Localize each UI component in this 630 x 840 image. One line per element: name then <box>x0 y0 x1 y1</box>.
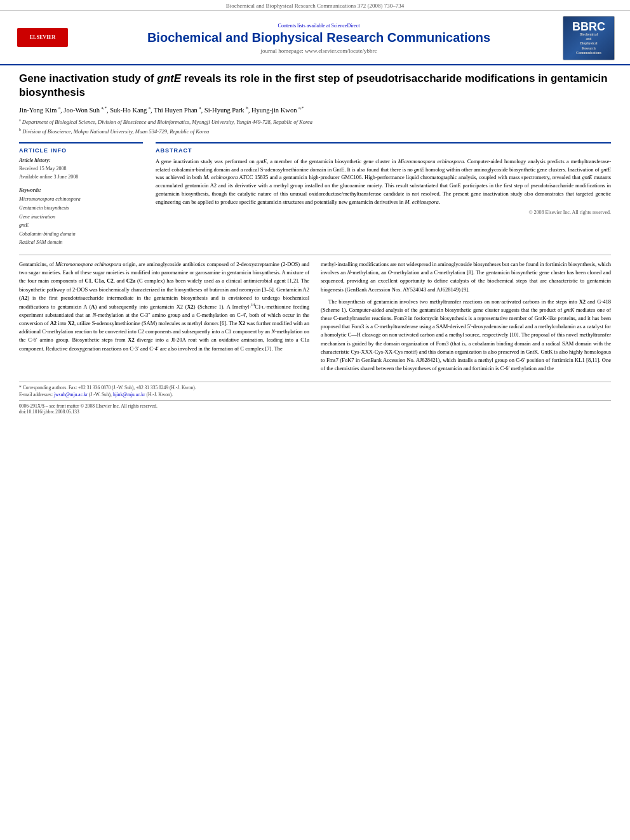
body-col-left: Gentamicins, of Micromonospora echinospo… <box>19 260 309 377</box>
footnote-corresponding: * Corresponding authors. Fax: +82 31 336… <box>19 385 611 390</box>
elsevier-logo: ELSEVIER <box>17 28 68 47</box>
authors: Jin-Yong Kim a, Joo-Won Suh a,*, Suk-Ho … <box>19 105 611 115</box>
journal-homepage: journal homepage: www.elsevier.com/locat… <box>84 48 554 54</box>
article-info-col: ARTICLE INFO Article history: Received 1… <box>19 142 143 247</box>
keyword-3: Gene inactivation <box>19 213 143 222</box>
keywords-section: Keywords: Micromonospora echinospora Gen… <box>19 187 143 247</box>
header-right: BBRC BiochemicalandBiophysicalResearchCo… <box>560 16 617 60</box>
main-content: Gene inactivation study of gntE reveals … <box>0 65 630 421</box>
elsevier-label: ELSEVIER <box>30 34 55 40</box>
article-info-header: ARTICLE INFO <box>19 147 143 154</box>
bbrc-logo-inner: BBRC BiochemicalandBiophysicalResearchCo… <box>572 21 605 55</box>
bbrc-logo: BBRC BiochemicalandBiophysicalResearchCo… <box>563 16 615 60</box>
body-para-1: Gentamicins, of Micromonospora echinospo… <box>19 260 309 353</box>
sciencedirect-label: Contents lists available at ScienceDirec… <box>278 23 360 29</box>
keyword-5: Cobalamin-binding domain <box>19 230 143 239</box>
available-date: Available online 3 June 2008 <box>19 173 143 182</box>
affiliation-a: a Department of Biological Science, Divi… <box>19 117 611 126</box>
article-history: Article history: Received 15 May 2008 Av… <box>19 157 143 182</box>
bbrc-letters: BBRC <box>572 21 605 32</box>
header-left: ELSEVIER <box>8 28 77 49</box>
footnote-email: E-mail addresses: jwsuh@mju.ac.kr (J.-W.… <box>19 392 611 397</box>
page-wrapper: Biochemical and Biophysical Research Com… <box>0 0 630 421</box>
keyword-1: Micromonospora echinospora <box>19 195 143 204</box>
keyword-4: gntE <box>19 221 143 230</box>
keyword-2: Gentamicin biosynthesis <box>19 204 143 213</box>
header-center: Contents lists available at ScienceDirec… <box>77 23 560 54</box>
two-col-section: ARTICLE INFO Article history: Received 1… <box>19 142 611 247</box>
doi-text: doi:10.1016/j.bbrc.2008.05.133 <box>19 409 611 415</box>
email-2[interactable]: hjink@mju.ac.kr <box>113 392 145 397</box>
bbrc-subtitle: BiochemicalandBiophysicalResearchCommuni… <box>576 32 601 55</box>
article-title: Gene inactivation study of gntE reveals … <box>19 72 611 100</box>
affiliations: a Department of Biological Science, Divi… <box>19 117 611 135</box>
sciencedirect-link[interactable]: Contents lists available at ScienceDirec… <box>84 23 554 29</box>
keywords-list: Micromonospora echinospora Gentamicin bi… <box>19 195 143 247</box>
issn-doi-section: 0006-291X/$ – see front matter © 2008 El… <box>19 400 611 415</box>
email-1[interactable]: jwsuh@mju.ac.kr <box>54 392 88 397</box>
journal-reference: Biochemical and Biophysical Research Com… <box>226 3 405 9</box>
journal-title-main: Biochemical and Biophysical Research Com… <box>84 30 554 45</box>
abstract-header: ABSTRACT <box>156 147 611 154</box>
abstract-col: ABSTRACT A gene inactivation study was p… <box>156 142 611 247</box>
body-para-2: methyl-installing modifications are not … <box>321 260 611 294</box>
article-dates: Received 15 May 2008 Available online 3 … <box>19 165 143 182</box>
journal-reference-bar: Biochemical and Biophysical Research Com… <box>0 0 630 11</box>
body-col-right: methyl-installing modifications are not … <box>321 260 611 377</box>
abstract-text: A gene inactivation study was performed … <box>156 157 611 206</box>
body-para-3: The biosynthesis of gentamicin involves … <box>321 298 611 373</box>
received-date: Received 15 May 2008 <box>19 165 143 173</box>
body-two-col: Gentamicins, of Micromonospora echinospo… <box>19 260 611 377</box>
keywords-label: Keywords: <box>19 187 143 193</box>
issn-text: 0006-291X/$ – see front matter © 2008 El… <box>19 403 611 409</box>
journal-header: ELSEVIER Contents lists available at Sci… <box>0 11 630 65</box>
keyword-6: Radical SAM domain <box>19 238 143 247</box>
copyright-line: © 2008 Elsevier Inc. All rights reserved… <box>156 210 611 215</box>
article-history-label: Article history: <box>19 157 143 163</box>
affiliation-b: b Division of Bioscience, Mokpo National… <box>19 127 611 136</box>
footnotes: * Corresponding authors. Fax: +82 31 336… <box>19 382 611 397</box>
body-section: Gentamicins, of Micromonospora echinospo… <box>19 255 611 377</box>
